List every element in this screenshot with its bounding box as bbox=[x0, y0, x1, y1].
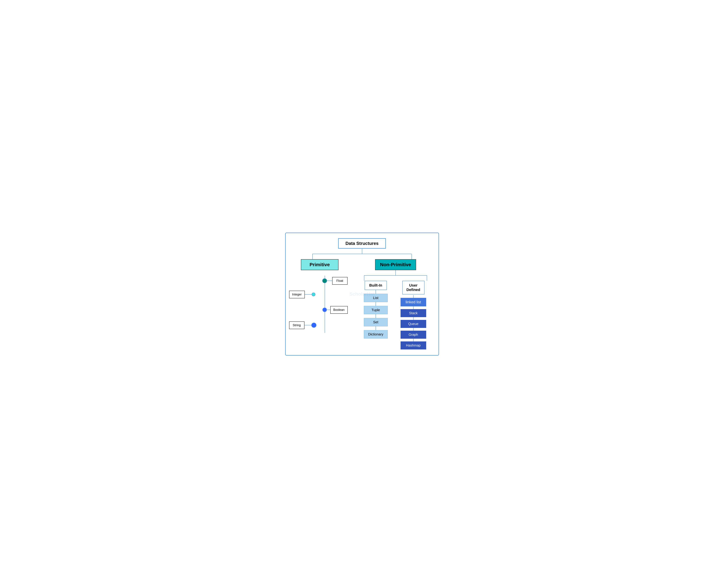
ud-graph-node: Graph bbox=[400, 331, 426, 339]
ud-vline-3 bbox=[413, 317, 414, 320]
builtin-node: Built-In bbox=[365, 281, 387, 290]
float-circle bbox=[322, 278, 327, 283]
nonprimitive-node: Non-Primitive bbox=[375, 259, 416, 270]
primitive-items-container: Float Integer Boolean String bbox=[289, 272, 350, 337]
branch-vlines-container bbox=[289, 254, 435, 259]
ud-queue-node: Queue bbox=[400, 320, 426, 328]
integer-node: Integer bbox=[289, 291, 305, 298]
boolean-circle bbox=[323, 308, 327, 312]
np-drops-container bbox=[364, 276, 427, 281]
integer-row: Integer bbox=[289, 291, 313, 298]
userdefined-col: UserDefined linked list Stack Queue Grap… bbox=[396, 281, 431, 350]
string-row: String bbox=[289, 321, 314, 329]
builtin-dict-node: Dictionary bbox=[364, 330, 388, 338]
bi-vline-4 bbox=[376, 327, 376, 330]
userdefined-items: linked list Stack Queue Graph Hashmap bbox=[396, 295, 431, 350]
root-vline-container bbox=[289, 249, 435, 254]
builtin-set-node: Set bbox=[364, 318, 388, 327]
diagram-container: ScholarHat Data Structures Primitive bbox=[285, 233, 439, 356]
string-hline bbox=[305, 325, 311, 326]
integer-hline bbox=[305, 294, 312, 295]
root-vline bbox=[362, 249, 362, 254]
nonprimitive-branch: Non-Primitive Built-In bbox=[356, 259, 435, 350]
builtin-col: Built-In List Tuple Set Dictionary bbox=[360, 281, 391, 338]
bi-vline-3 bbox=[376, 314, 376, 318]
ud-vline-4 bbox=[413, 328, 414, 331]
string-circle bbox=[311, 323, 316, 328]
ud-hashmap-node: Hashmap bbox=[400, 341, 426, 350]
integer-circle bbox=[312, 293, 315, 296]
bi-vline-2 bbox=[376, 302, 376, 306]
float-hline bbox=[327, 280, 332, 281]
builtin-list-node: List bbox=[364, 294, 388, 302]
root-node: Data Structures bbox=[338, 238, 386, 249]
userdefined-node: UserDefined bbox=[402, 281, 425, 294]
np-sub-columns: Built-In List Tuple Set Dictionary bbox=[360, 281, 431, 350]
nonprim-drop-line bbox=[412, 254, 412, 259]
np-vline-container bbox=[356, 270, 435, 275]
string-node: String bbox=[289, 321, 305, 329]
ud-stack-node: Stack bbox=[400, 309, 426, 317]
builtin-items: List Tuple Set Dictionary bbox=[360, 290, 391, 338]
ud-vline-2 bbox=[413, 307, 414, 309]
root-row: Data Structures bbox=[289, 238, 435, 249]
boolean-hline bbox=[327, 310, 330, 310]
boolean-node: Boolean bbox=[330, 306, 348, 314]
ud-vline-5 bbox=[413, 339, 414, 341]
ud-vline-1 bbox=[413, 295, 414, 298]
prim-drop-line bbox=[312, 254, 313, 259]
primitive-branch: Primitive Float Integer bbox=[289, 259, 350, 337]
np-left-drop bbox=[364, 276, 364, 281]
float-node: Float bbox=[332, 277, 348, 285]
builtin-tuple-node: Tuple bbox=[364, 306, 388, 314]
main-branches: Primitive Float Integer bbox=[289, 259, 435, 350]
float-row: Float bbox=[325, 277, 348, 285]
np-vline bbox=[395, 270, 396, 275]
boolean-row: Boolean bbox=[325, 306, 348, 314]
ud-linkedlist-node: linked list bbox=[400, 298, 426, 307]
primitive-node: Primitive bbox=[301, 259, 338, 270]
bi-vline-1 bbox=[376, 290, 376, 294]
np-right-drop bbox=[427, 276, 427, 281]
